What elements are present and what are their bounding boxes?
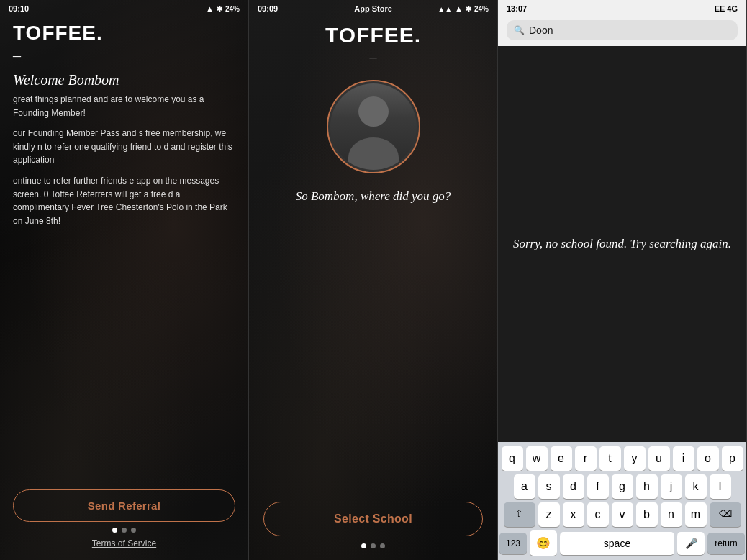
dot-1-active: [112, 528, 117, 533]
no-results-text: Sorry, no school found. Try searching ag…: [513, 235, 731, 253]
welcome-text: Welcome Bombom: [0, 66, 248, 93]
key-t[interactable]: t: [599, 446, 621, 471]
screen-2: 09:09 App Store ▲▲ ▲ ✱ 24% TOFFEE. – So …: [249, 0, 498, 560]
key-h[interactable]: h: [636, 474, 658, 499]
key-n[interactable]: n: [661, 502, 682, 527]
keyboard-row-2: a s d f g h j k l: [499, 474, 745, 499]
key-i[interactable]: i: [673, 446, 694, 471]
key-z[interactable]: z: [538, 502, 560, 527]
dot-1-3: [131, 528, 136, 533]
status-bar-3: 13:07 EE 4G: [498, 0, 746, 16]
key-e[interactable]: e: [551, 446, 572, 471]
dot-2-1: [361, 543, 366, 548]
body-para-3: ontinue to refer further friends e app o…: [13, 174, 235, 227]
key-j[interactable]: j: [661, 474, 682, 499]
key-p[interactable]: p: [722, 446, 743, 471]
body-para-2: our Founding Member Pass and s free memb…: [13, 127, 235, 167]
status-bar-2: 09:09 App Store ▲▲ ▲ ✱ 24%: [249, 0, 497, 16]
key-emoji[interactable]: 😊: [530, 530, 557, 556]
battery-1: 24%: [225, 5, 240, 13]
dot-1-2: [122, 528, 127, 533]
key-k[interactable]: k: [685, 474, 707, 499]
search-results-area: Sorry, no school found. Try searching ag…: [498, 46, 746, 442]
key-mic[interactable]: 🎤: [677, 532, 705, 555]
footer-1: Send Referral Terms of Service: [0, 482, 248, 560]
keyboard-bottom-row: 123 😊 space 🎤 return: [499, 530, 745, 556]
key-a[interactable]: a: [514, 474, 535, 499]
avatar-ring: [327, 80, 420, 173]
logo-1: TOFFEE.: [0, 16, 248, 45]
key-g[interactable]: g: [612, 474, 633, 499]
terms-of-service-link[interactable]: Terms of Service: [92, 538, 156, 548]
bluetooth-icon-1: ✱: [217, 5, 222, 13]
question-text: So Bombom, where did you go?: [249, 182, 497, 220]
pagination-dots-1: [112, 528, 136, 533]
key-s[interactable]: s: [538, 474, 560, 499]
time-display-1: 09:10: [9, 4, 29, 13]
body-text-1: great things planned and are to welcome …: [0, 93, 248, 482]
screen-3: 13:07 EE 4G 🔍 Doon Sorry, no school foun…: [498, 0, 747, 560]
avatar-area: [249, 68, 497, 182]
key-b[interactable]: b: [636, 502, 658, 527]
keyboard-row-1: q w e r t y u i o p: [499, 446, 745, 471]
body-para-1: great things planned and are to welcome …: [13, 93, 235, 119]
avatar-face: [330, 83, 417, 170]
key-v[interactable]: v: [612, 502, 633, 527]
dash-1: –: [0, 45, 248, 66]
keyboard-row-3: ⇧ z x c v b n m ⌫: [499, 502, 745, 527]
search-input-wrap[interactable]: 🔍 Doon: [507, 20, 738, 40]
key-delete[interactable]: ⌫: [710, 502, 741, 527]
key-f[interactable]: f: [587, 474, 609, 499]
status-icons-2: ▲▲ ▲ ✱ 24%: [438, 4, 489, 13]
send-referral-button[interactable]: Send Referral: [13, 489, 235, 522]
key-c[interactable]: c: [587, 502, 609, 527]
keyboard: q w e r t y u i o p a s d f g h j k l ⇧ …: [498, 442, 746, 560]
key-space[interactable]: space: [560, 532, 674, 555]
status-icons-1: ▲ ✱ 24%: [206, 4, 240, 13]
select-school-button[interactable]: Select School: [263, 502, 483, 536]
dot-2-2: [371, 543, 376, 548]
key-shift[interactable]: ⇧: [504, 502, 535, 527]
footer-2: Select School: [249, 502, 497, 560]
time-display-2: 09:09: [258, 4, 278, 13]
key-u[interactable]: u: [648, 446, 670, 471]
carrier-name: EE: [715, 4, 725, 13]
pagination-dots-2: [361, 543, 385, 548]
key-o[interactable]: o: [697, 446, 719, 471]
wifi-icon-2: ▲: [455, 4, 463, 13]
key-y[interactable]: y: [624, 446, 646, 471]
key-q[interactable]: q: [502, 446, 523, 471]
battery-2: 24%: [474, 5, 489, 13]
search-bar: 🔍 Doon: [498, 16, 746, 46]
bluetooth-icon-2: ✱: [466, 5, 471, 13]
key-l[interactable]: l: [710, 474, 731, 499]
dot-2-3: [380, 543, 385, 548]
key-w[interactable]: w: [526, 446, 548, 471]
carrier-info: EE 4G: [715, 4, 738, 13]
dash-2: –: [249, 48, 497, 68]
key-x[interactable]: x: [563, 502, 584, 527]
app-store-label: App Store: [354, 4, 392, 13]
key-d[interactable]: d: [563, 474, 584, 499]
wifi-icon-1: ▲: [206, 4, 214, 13]
network-type: 4G: [727, 4, 738, 13]
signal-icon-2: ▲▲: [438, 5, 452, 13]
search-icon: 🔍: [514, 25, 525, 36]
key-123[interactable]: 123: [499, 533, 527, 554]
logo-2: TOFFEE.: [249, 16, 497, 48]
key-r[interactable]: r: [575, 446, 597, 471]
status-bar-1: 09:10 ▲ ✱ 24%: [0, 0, 248, 16]
key-m[interactable]: m: [685, 502, 707, 527]
screen-1: 09:10 ▲ ✱ 24% TOFFEE. – Welcome Bombom g…: [0, 0, 249, 560]
search-input-value[interactable]: Doon: [529, 24, 553, 36]
key-return[interactable]: return: [707, 533, 745, 554]
time-display-3: 13:07: [507, 4, 527, 13]
